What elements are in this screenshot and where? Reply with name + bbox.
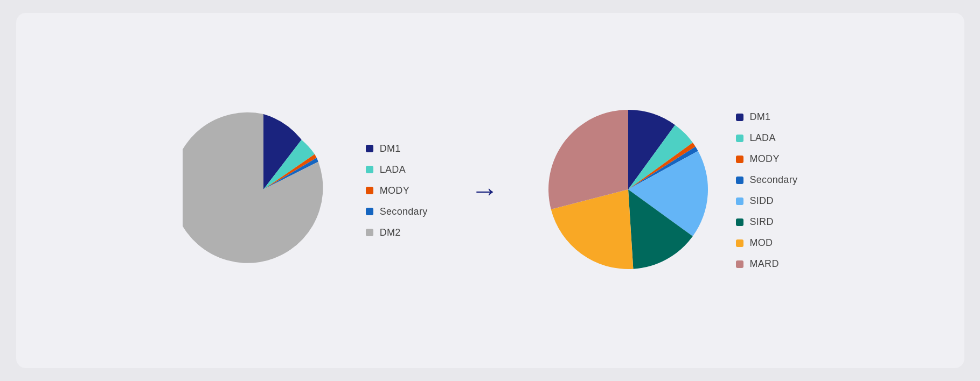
legend-dot-mody-1 [366,187,373,194]
legend-dot-secondary-2 [736,177,743,184]
legend-label-mod-2: MOD [750,237,773,249]
legend-label-sidd-2: SIDD [750,195,774,207]
legend-dot-secondary-1 [366,208,373,215]
legend-label-lada-1: LADA [380,164,406,175]
legend-item-lada-1: LADA [366,164,428,175]
legend-label-dm1-1: DM1 [380,143,401,154]
legend-item-mod-2: MOD [736,237,798,249]
main-container: DM1 LADA MODY Secondary DM2 → [16,13,964,368]
legend-item-mody-1: MODY [366,185,428,196]
legend-dot-sidd-2 [736,197,743,205]
legend-label-dm2-1: DM2 [380,227,401,238]
legend-item-dm1-1: DM1 [366,143,428,154]
legend-label-dm1-2: DM1 [750,111,771,123]
legend-label-mody-1: MODY [380,185,409,196]
legend-2: DM1 LADA MODY Secondary SIDD SIRD [736,111,798,270]
legend-dot-mod-2 [736,239,743,247]
left-chart-section: DM1 LADA MODY Secondary DM2 [183,109,428,272]
legend-label-sird-2: SIRD [750,216,774,228]
legend-dot-sird-2 [736,218,743,226]
legend-item-mody-2: MODY [736,153,798,165]
legend-dot-lada-2 [736,135,743,142]
pie-chart-2 [542,103,714,278]
dm2-slice-1 [183,112,323,263]
legend-dot-lada-1 [366,166,373,173]
right-chart-section: DM1 LADA MODY Secondary SIDD SIRD [542,103,798,278]
legend-item-secondary-2: Secondary [736,174,798,186]
legend-label-lada-2: LADA [750,132,776,144]
legend-label-secondary-2: Secondary [750,174,798,186]
pie-chart-1 [183,109,344,272]
legend-label-mard-2: MARD [750,258,779,270]
legend-item-dm1-2: DM1 [736,111,798,123]
legend-1: DM1 LADA MODY Secondary DM2 [366,143,428,238]
legend-label-secondary-1: Secondary [380,206,428,217]
legend-item-sidd-2: SIDD [736,195,798,207]
legend-label-mody-2: MODY [750,153,780,165]
legend-dot-dm2-1 [366,229,373,236]
legend-dot-mard-2 [736,260,743,268]
legend-item-dm2-1: DM2 [366,227,428,238]
transition-arrow: → [471,174,499,207]
legend-dot-dm1-1 [366,145,373,152]
legend-item-secondary-1: Secondary [366,206,428,217]
legend-item-lada-2: LADA [736,132,798,144]
legend-dot-mody-2 [736,156,743,163]
legend-item-mard-2: MARD [736,258,798,270]
legend-dot-dm1-2 [736,114,743,121]
legend-item-sird-2: SIRD [736,216,798,228]
